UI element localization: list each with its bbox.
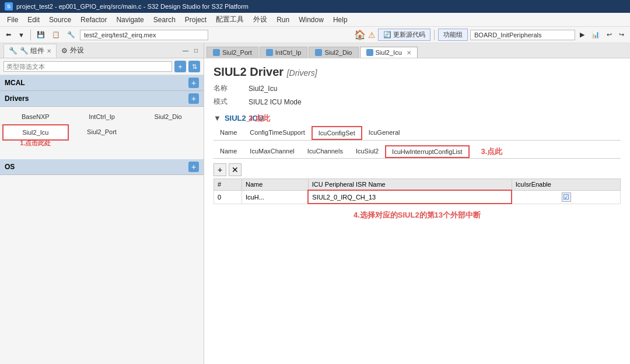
menu-config-tool[interactable]: 配置工具 bbox=[211, 13, 249, 26]
menu-file[interactable]: File bbox=[2, 13, 23, 26]
cell-enable: ☑ bbox=[512, 190, 620, 204]
sub-tab-icusiul2[interactable]: IcuSiul2 bbox=[349, 145, 385, 158]
siul2port-icon bbox=[213, 49, 220, 56]
tab-intctrl-ip[interactable]: IntCtrl_Ip bbox=[260, 47, 308, 58]
component-siul2-dio[interactable]: Siul2_Dio bbox=[135, 109, 201, 124]
col-num: # bbox=[214, 179, 242, 191]
annotation-step4: 4.选择对应的SIUL2的第13个外部中断 bbox=[214, 210, 621, 220]
drivers-section-header: Drivers + bbox=[0, 91, 204, 107]
tab-siul2-icu[interactable]: Siul2_Icu ✕ bbox=[360, 47, 418, 58]
home-icon: 🏠 bbox=[354, 29, 366, 40]
os-add-btn[interactable]: + bbox=[188, 162, 199, 172]
toolbar-btn-2[interactable]: ▼ bbox=[16, 30, 27, 40]
table-row: 0 IcuH... SIUL2_0_IRQ_CH_13 ☑ bbox=[214, 190, 621, 204]
toolbar-right: 🏠 ⚠ 🔄 更新源代码 功能组 ▶ 📊 ↩ ↪ bbox=[354, 29, 626, 41]
prop-mode-value: SIUL2 ICU Mode bbox=[249, 98, 302, 106]
cell-isr-name[interactable]: SIUL2_0_IRQ_CH_13 bbox=[308, 190, 512, 204]
sub-tab-name[interactable]: Name bbox=[214, 145, 243, 158]
sub-tabs: Name IcuMaxChannel IcuChannels IcuSiul2 … bbox=[214, 145, 621, 159]
drivers-add-btn[interactable]: + bbox=[188, 93, 199, 104]
sub-tab-icumaxchannel[interactable]: IcuMaxChannel bbox=[243, 145, 300, 158]
tab-siul2-dio[interactable]: Siul2_Dio bbox=[309, 47, 358, 58]
content-area: SIUL2 Driver [Drivers] 名称 Siul2_Icu 模式 S… bbox=[204, 58, 630, 364]
driver-title: SIUL2 Driver [Drivers] bbox=[214, 65, 621, 79]
component-siul2-icu[interactable]: Siul2_Icu 1.点击此处 bbox=[2, 124, 69, 141]
window-title: project_test2 - ep001_GPIO_eirq/src/main… bbox=[16, 3, 249, 10]
inner-tab-name[interactable]: Name bbox=[214, 126, 243, 140]
toolbar-path[interactable] bbox=[80, 30, 208, 40]
update-source-btn[interactable]: 🔄 更新源代码 bbox=[378, 29, 430, 41]
toolbar-btn-4[interactable]: 🔧 bbox=[65, 30, 78, 40]
left-panel: 🔧 🔧 组件 ✕ ⚙ 外设 — □ + ⇅ MCAL + D bbox=[0, 43, 204, 364]
menu-search[interactable]: Search bbox=[149, 13, 180, 26]
siul2-icu-section: ▼ SIUL2_ICU 2.点此 Name ConfigTimeSupport … bbox=[214, 114, 621, 220]
func-group-btn[interactable]: 功能组 bbox=[438, 29, 468, 41]
tab-peripherals-left[interactable]: ⚙ 外设 bbox=[57, 44, 89, 57]
icu-data-table: # Name ICU Peripheral ISR Name IcuIsrEna… bbox=[214, 178, 621, 204]
inner-tabs: Name ConfigTimeSupport IcuConfigSet IcuG… bbox=[214, 126, 621, 141]
menu-edit[interactable]: Edit bbox=[23, 13, 44, 26]
table-add-btn[interactable]: + bbox=[214, 163, 226, 176]
toolbar-btn-6[interactable]: ↩ bbox=[604, 30, 614, 40]
mcal-add-btn[interactable]: + bbox=[188, 78, 199, 88]
toolbar-btn-3[interactable]: 📋 bbox=[50, 30, 62, 40]
filter-input[interactable] bbox=[4, 61, 172, 72]
menu-source[interactable]: Source bbox=[44, 13, 76, 26]
toolbar-sep-1 bbox=[30, 30, 31, 40]
col-enable: IcuIsrEnable bbox=[512, 179, 620, 191]
editor-tabs: Siul2_Port IntCtrl_Ip Siul2_Dio Siul2_Ic… bbox=[204, 43, 630, 58]
table-delete-btn[interactable]: ✕ bbox=[229, 163, 242, 176]
sub-tab-icuchannels[interactable]: IcuChannels bbox=[301, 145, 349, 158]
isr-enable-checkbox[interactable]: ☑ bbox=[562, 192, 571, 202]
menu-project[interactable]: Project bbox=[180, 13, 211, 26]
menu-help[interactable]: Help bbox=[328, 13, 352, 26]
component-siul2-port[interactable]: Siul2_Port bbox=[69, 124, 135, 141]
minimize-left-btn[interactable]: — bbox=[180, 46, 191, 55]
close-siul2icu-tab[interactable]: ✕ bbox=[407, 50, 411, 56]
mcal-section-header: MCAL + bbox=[0, 75, 204, 91]
app-icon: S bbox=[5, 2, 13, 10]
inner-tab-icuconfigset[interactable]: IcuConfigSet bbox=[312, 126, 362, 140]
peripherals-icon: ⚙ bbox=[61, 47, 68, 55]
sort-btn[interactable]: ⇅ bbox=[188, 61, 200, 72]
menu-refactor[interactable]: Refactor bbox=[76, 13, 111, 26]
sub-tab-icuhwinterrupt[interactable]: IcuHwInterruptConfigList bbox=[385, 145, 469, 158]
annotation-step1: 1.点击此处 bbox=[20, 139, 51, 148]
component-basenxp[interactable]: BaseNXP bbox=[2, 109, 69, 124]
func-group-label: 功能组 bbox=[443, 30, 463, 39]
menu-run[interactable]: Run bbox=[272, 13, 294, 26]
prop-name-row: 名称 Siul2_Icu bbox=[214, 83, 621, 93]
os-section-header: OS + bbox=[0, 159, 204, 175]
inner-tab-icugeneral[interactable]: IcuGeneral bbox=[362, 126, 407, 140]
tab-siul2-port[interactable]: Siul2_Port bbox=[206, 47, 258, 58]
maximize-left-btn[interactable]: □ bbox=[192, 46, 200, 55]
annotation-step3: 3.点此 bbox=[481, 145, 503, 158]
drivers-grid: BaseNXP IntCtrl_Ip Siul2_Dio Siul2_Icu 1… bbox=[0, 107, 204, 143]
close-components-tab[interactable]: ✕ bbox=[47, 48, 51, 54]
toolbar: ⬅ ▼ 💾 📋 🔧 🏠 ⚠ 🔄 更新源代码 功能组 ▶ 📊 ↩ ↪ bbox=[0, 27, 630, 43]
toolbar-btn-save[interactable]: 💾 bbox=[34, 30, 47, 40]
prop-name-value: Siul2_Icu bbox=[249, 85, 277, 93]
title-bar: S project_test2 - ep001_GPIO_eirq/src/ma… bbox=[0, 0, 630, 13]
siul2icu-icon bbox=[366, 49, 373, 56]
col-isr-name: ICU Peripheral ISR Name bbox=[308, 179, 512, 191]
tab-components[interactable]: 🔧 🔧 组件 ✕ bbox=[4, 44, 57, 58]
add-component-btn[interactable]: + bbox=[174, 61, 186, 72]
inner-tab-config-time[interactable]: ConfigTimeSupport bbox=[243, 126, 311, 140]
mode-label: 模式 bbox=[214, 97, 249, 107]
toolbar-btn-7[interactable]: ↪ bbox=[617, 30, 626, 40]
intctrlip-icon bbox=[266, 49, 273, 56]
menu-navigate[interactable]: Navigate bbox=[111, 13, 148, 26]
toolbar-btn-5[interactable]: 📊 bbox=[589, 30, 602, 40]
menu-peripherals[interactable]: 外设 bbox=[249, 13, 272, 26]
component-intctrl-ip[interactable]: IntCtrl_Ip bbox=[69, 109, 135, 124]
menu-window[interactable]: Window bbox=[294, 13, 328, 26]
toolbar-sep-2 bbox=[434, 30, 435, 40]
func-group-input[interactable] bbox=[470, 30, 575, 40]
table-toolbar: + ✕ bbox=[214, 163, 621, 176]
collapse-icon[interactable]: ▼ bbox=[214, 114, 221, 123]
toolbar-btn-run[interactable]: ▶ bbox=[578, 30, 587, 40]
left-panel-tabs: 🔧 🔧 组件 ✕ ⚙ 外设 — □ bbox=[0, 43, 204, 58]
left-panel-controls: + ⇅ bbox=[0, 58, 204, 75]
toolbar-btn-1[interactable]: ⬅ bbox=[4, 30, 13, 40]
